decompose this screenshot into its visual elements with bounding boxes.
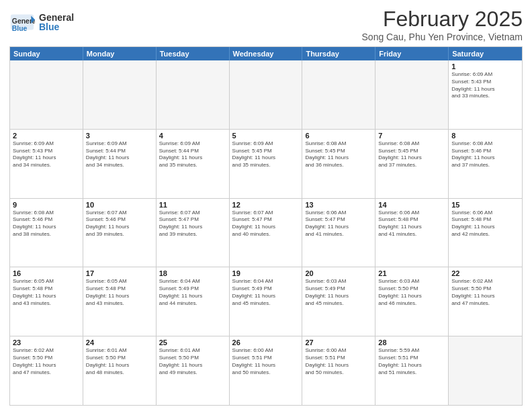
weekday-header: Monday bbox=[83, 47, 157, 60]
calendar-cell: 9Sunrise: 6:08 AM Sunset: 5:46 PM Daylig… bbox=[10, 199, 83, 267]
day-number: 9 bbox=[13, 201, 80, 209]
cell-info: Sunrise: 6:07 AM Sunset: 5:47 PM Dayligh… bbox=[159, 210, 226, 238]
calendar-cell: 8Sunrise: 6:08 AM Sunset: 5:46 PM Daylig… bbox=[449, 130, 522, 198]
logo-general-text: General bbox=[39, 13, 74, 22]
day-number: 16 bbox=[13, 269, 80, 277]
day-number: 21 bbox=[378, 269, 445, 277]
day-number: 5 bbox=[232, 132, 300, 140]
weekday-header: Thursday bbox=[302, 47, 375, 60]
calendar-cell bbox=[157, 60, 230, 129]
cell-info: Sunrise: 6:02 AM Sunset: 5:50 PM Dayligh… bbox=[451, 278, 519, 307]
logo-blue-text: Blue bbox=[39, 22, 74, 32]
day-number: 15 bbox=[451, 201, 519, 209]
day-number: 12 bbox=[232, 201, 300, 209]
cell-info: Sunrise: 6:05 AM Sunset: 5:48 PM Dayligh… bbox=[13, 278, 80, 307]
calendar-cell bbox=[10, 60, 83, 129]
weekday-header: Sunday bbox=[10, 47, 83, 60]
day-number: 20 bbox=[305, 269, 372, 277]
cell-info: Sunrise: 6:09 AM Sunset: 5:45 PM Dayligh… bbox=[232, 140, 300, 169]
logo-text: General Blue bbox=[39, 13, 74, 32]
calendar-cell bbox=[375, 60, 449, 129]
calendar-row: 1Sunrise: 6:09 AM Sunset: 5:43 PM Daylig… bbox=[10, 60, 522, 130]
calendar-cell: 10Sunrise: 6:07 AM Sunset: 5:46 PM Dayli… bbox=[83, 199, 157, 267]
calendar-cell: 26Sunrise: 6:00 AM Sunset: 5:51 PM Dayli… bbox=[230, 336, 303, 405]
day-number: 10 bbox=[86, 201, 153, 209]
calendar-cell: 28Sunrise: 5:59 AM Sunset: 5:51 PM Dayli… bbox=[375, 336, 449, 405]
main-title: February 2025 bbox=[362, 7, 523, 32]
cell-info: Sunrise: 5:59 AM Sunset: 5:51 PM Dayligh… bbox=[378, 347, 445, 376]
cell-info: Sunrise: 6:08 AM Sunset: 5:45 PM Dayligh… bbox=[305, 140, 372, 169]
title-block: February 2025 Song Cau, Phu Yen Province… bbox=[362, 7, 523, 42]
day-number: 24 bbox=[86, 338, 153, 347]
cell-info: Sunrise: 6:03 AM Sunset: 5:49 PM Dayligh… bbox=[305, 278, 372, 307]
subtitle: Song Cau, Phu Yen Province, Vietnam bbox=[362, 32, 523, 42]
day-number: 13 bbox=[305, 201, 372, 209]
cell-info: Sunrise: 6:08 AM Sunset: 5:46 PM Dayligh… bbox=[451, 140, 519, 169]
day-number: 26 bbox=[232, 338, 300, 347]
cell-info: Sunrise: 6:09 AM Sunset: 5:43 PM Dayligh… bbox=[451, 71, 519, 100]
day-number: 14 bbox=[378, 201, 445, 209]
calendar-cell: 19Sunrise: 6:04 AM Sunset: 5:49 PM Dayli… bbox=[230, 267, 303, 336]
calendar-cell: 27Sunrise: 6:00 AM Sunset: 5:51 PM Dayli… bbox=[302, 336, 375, 405]
day-number: 6 bbox=[305, 132, 372, 140]
calendar-cell bbox=[230, 60, 303, 129]
calendar-cell: 7Sunrise: 6:08 AM Sunset: 5:45 PM Daylig… bbox=[375, 130, 449, 198]
calendar: SundayMondayTuesdayWednesdayThursdayFrid… bbox=[9, 46, 523, 406]
calendar-cell: 2Sunrise: 6:09 AM Sunset: 5:43 PM Daylig… bbox=[10, 130, 83, 198]
calendar-row: 23Sunrise: 6:02 AM Sunset: 5:50 PM Dayli… bbox=[10, 336, 522, 405]
calendar-cell: 20Sunrise: 6:03 AM Sunset: 5:49 PM Dayli… bbox=[302, 267, 375, 336]
day-number: 4 bbox=[159, 132, 226, 140]
svg-text:Blue: Blue bbox=[12, 25, 28, 32]
calendar-cell: 5Sunrise: 6:09 AM Sunset: 5:45 PM Daylig… bbox=[230, 130, 303, 198]
calendar-cell: 6Sunrise: 6:08 AM Sunset: 5:45 PM Daylig… bbox=[302, 130, 375, 198]
calendar-body: 1Sunrise: 6:09 AM Sunset: 5:43 PM Daylig… bbox=[10, 60, 522, 405]
cell-info: Sunrise: 6:09 AM Sunset: 5:43 PM Dayligh… bbox=[13, 140, 80, 169]
header: General Blue General Blue February 2025 … bbox=[9, 7, 523, 42]
page: General Blue General Blue February 2025 … bbox=[0, 0, 532, 411]
cell-info: Sunrise: 6:02 AM Sunset: 5:50 PM Dayligh… bbox=[13, 347, 80, 376]
calendar-cell: 13Sunrise: 6:06 AM Sunset: 5:47 PM Dayli… bbox=[302, 199, 375, 267]
calendar-cell: 14Sunrise: 6:06 AM Sunset: 5:48 PM Dayli… bbox=[375, 199, 449, 267]
day-number: 18 bbox=[159, 269, 226, 277]
weekday-header: Saturday bbox=[449, 47, 522, 60]
calendar-row: 16Sunrise: 6:05 AM Sunset: 5:48 PM Dayli… bbox=[10, 267, 522, 336]
day-number: 22 bbox=[451, 269, 519, 277]
calendar-row: 9Sunrise: 6:08 AM Sunset: 5:46 PM Daylig… bbox=[10, 199, 522, 268]
calendar-cell: 23Sunrise: 6:02 AM Sunset: 5:50 PM Dayli… bbox=[10, 336, 83, 405]
cell-info: Sunrise: 6:09 AM Sunset: 5:44 PM Dayligh… bbox=[86, 140, 153, 169]
logo: General Blue General Blue bbox=[9, 9, 74, 35]
calendar-cell: 4Sunrise: 6:09 AM Sunset: 5:44 PM Daylig… bbox=[157, 130, 230, 198]
day-number: 27 bbox=[305, 338, 372, 347]
cell-info: Sunrise: 6:01 AM Sunset: 5:50 PM Dayligh… bbox=[86, 347, 153, 376]
calendar-cell: 25Sunrise: 6:01 AM Sunset: 5:50 PM Dayli… bbox=[157, 336, 230, 405]
day-number: 3 bbox=[86, 132, 153, 140]
weekday-header: Tuesday bbox=[157, 47, 230, 60]
cell-info: Sunrise: 6:03 AM Sunset: 5:50 PM Dayligh… bbox=[378, 278, 445, 307]
calendar-cell: 21Sunrise: 6:03 AM Sunset: 5:50 PM Dayli… bbox=[375, 267, 449, 336]
calendar-cell: 17Sunrise: 6:05 AM Sunset: 5:48 PM Dayli… bbox=[83, 267, 157, 336]
weekday-header: Friday bbox=[375, 47, 449, 60]
day-number: 11 bbox=[159, 201, 226, 209]
calendar-cell: 24Sunrise: 6:01 AM Sunset: 5:50 PM Dayli… bbox=[83, 336, 157, 405]
calendar-cell: 11Sunrise: 6:07 AM Sunset: 5:47 PM Dayli… bbox=[157, 199, 230, 267]
cell-info: Sunrise: 6:08 AM Sunset: 5:45 PM Dayligh… bbox=[378, 140, 445, 169]
day-number: 25 bbox=[159, 338, 226, 347]
cell-info: Sunrise: 6:07 AM Sunset: 5:47 PM Dayligh… bbox=[232, 210, 300, 238]
cell-info: Sunrise: 6:06 AM Sunset: 5:48 PM Dayligh… bbox=[378, 210, 445, 238]
day-number: 28 bbox=[378, 338, 445, 347]
calendar-cell: 12Sunrise: 6:07 AM Sunset: 5:47 PM Dayli… bbox=[230, 199, 303, 267]
cell-info: Sunrise: 6:01 AM Sunset: 5:50 PM Dayligh… bbox=[159, 347, 226, 376]
cell-info: Sunrise: 6:06 AM Sunset: 5:47 PM Dayligh… bbox=[305, 210, 372, 238]
logo-icon: General Blue bbox=[9, 9, 35, 35]
cell-info: Sunrise: 6:07 AM Sunset: 5:46 PM Dayligh… bbox=[86, 210, 153, 238]
cell-info: Sunrise: 6:00 AM Sunset: 5:51 PM Dayligh… bbox=[232, 347, 300, 376]
calendar-cell: 18Sunrise: 6:04 AM Sunset: 5:49 PM Dayli… bbox=[157, 267, 230, 336]
cell-info: Sunrise: 6:08 AM Sunset: 5:46 PM Dayligh… bbox=[13, 210, 80, 238]
day-number: 7 bbox=[378, 132, 445, 140]
day-number: 17 bbox=[86, 269, 153, 277]
calendar-cell: 16Sunrise: 6:05 AM Sunset: 5:48 PM Dayli… bbox=[10, 267, 83, 336]
cell-info: Sunrise: 6:04 AM Sunset: 5:49 PM Dayligh… bbox=[159, 278, 226, 307]
cell-info: Sunrise: 6:04 AM Sunset: 5:49 PM Dayligh… bbox=[232, 278, 300, 307]
cell-info: Sunrise: 6:05 AM Sunset: 5:48 PM Dayligh… bbox=[86, 278, 153, 307]
day-number: 2 bbox=[13, 132, 80, 140]
